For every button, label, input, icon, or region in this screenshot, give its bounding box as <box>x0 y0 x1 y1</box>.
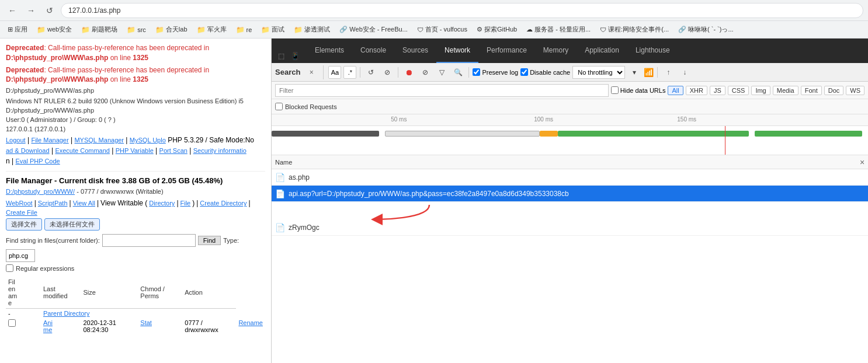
blocked-requests-checkbox[interactable] <box>275 103 283 110</box>
hide-data-urls-checkbox[interactable] <box>611 86 619 94</box>
name-panel-close-button[interactable]: × <box>856 155 868 169</box>
filter-font-button[interactable]: Font <box>801 86 822 95</box>
filter-css-button[interactable]: CSS <box>728 86 749 95</box>
refresh-search-button[interactable]: ↺ <box>364 65 378 79</box>
aa-button[interactable]: Aa <box>328 66 341 79</box>
regex-checkbox[interactable] <box>6 264 13 272</box>
search-close-button[interactable]: × <box>304 65 318 79</box>
filter-img-button[interactable]: Img <box>751 86 770 95</box>
preserve-log-label[interactable]: Preserve log <box>473 68 518 76</box>
bookmark-websec[interactable]: 📁 web安全 <box>33 23 76 36</box>
type-input[interactable] <box>6 249 35 262</box>
hide-data-urls-label[interactable]: Hide data URLs <box>611 86 666 94</box>
bookmark-arsenal[interactable]: 📁 军火库 <box>193 23 231 36</box>
search-button[interactable]: 🔍 <box>451 65 465 79</box>
devtools-panel: ⬚ 📱 Elements Console Sources Network Per… <box>272 39 868 363</box>
eval-php-link[interactable]: Eval PHP Code <box>15 158 60 165</box>
bookmark-hetianlab[interactable]: 📁 合天lab <box>151 23 192 36</box>
tab-application[interactable]: Application <box>577 39 627 63</box>
download-button[interactable]: ↓ <box>678 65 692 79</box>
port-scan-link[interactable]: Port Scan <box>159 147 188 154</box>
disable-cache-label[interactable]: Disable cache <box>520 68 570 76</box>
shield-icon: 🛡 <box>600 26 606 33</box>
upload-button[interactable]: ↑ <box>661 65 675 79</box>
ad-download-link[interactable]: ad & Download <box>6 147 50 154</box>
bookmark-targets[interactable]: 📁 刷题靶场 <box>77 23 121 36</box>
tab-memory[interactable]: Memory <box>535 39 577 63</box>
mysql-manager-link[interactable]: MYSQL Manager <box>74 137 124 144</box>
divider2 <box>398 67 398 78</box>
parent-dir-link[interactable]: Parent Directory <box>43 310 89 317</box>
filter-input[interactable] <box>275 84 609 97</box>
directory-link[interactable]: Directory <box>149 200 175 207</box>
scriptpath-link[interactable]: ScriptPath <box>38 200 68 207</box>
network-row-asphp[interactable]: 📄 as.php <box>272 169 868 186</box>
refresh-button[interactable]: ↺ <box>42 3 57 18</box>
link-icon: 🛡 <box>417 26 423 33</box>
regex-button[interactable]: .* <box>343 66 356 79</box>
file-manager-link[interactable]: File Manager <box>31 137 68 144</box>
timeline-bar-waiting <box>385 131 540 137</box>
tab-lighthouse[interactable]: Lighthouse <box>627 39 678 63</box>
stop-button[interactable]: ⊘ <box>418 65 432 79</box>
bookmark-websec2[interactable]: 🔗 Web安全 - FreeBu... <box>335 23 411 36</box>
filter-doc-button[interactable]: Doc <box>824 86 844 95</box>
bookmark-swoosh[interactable]: 🔗 咻咻咻( `- `)っ... <box>674 23 738 36</box>
create-file-link[interactable]: Create File <box>6 209 37 216</box>
file-icon-api: 📄 <box>275 189 285 198</box>
bookmark-server[interactable]: ☁ 服务器 - 轻量应用... <box>522 23 595 36</box>
rename-link[interactable]: Rename <box>238 319 263 326</box>
bookmark-apps[interactable]: ⊞ 应用 <box>4 23 32 36</box>
logout-link[interactable]: Logout <box>6 137 26 144</box>
address-input[interactable] <box>61 3 863 18</box>
preserve-log-checkbox[interactable] <box>473 68 480 76</box>
security-info-link[interactable]: Security informatio <box>193 147 246 154</box>
bookmark-re[interactable]: 📁 re <box>232 24 256 36</box>
filter-media-button[interactable]: Media <box>773 86 798 95</box>
back-button[interactable]: ← <box>5 3 20 18</box>
filter-all-button[interactable]: All <box>668 86 683 95</box>
record-button[interactable]: ⏺ <box>402 65 416 79</box>
tab-elements[interactable]: Elements <box>307 39 352 63</box>
bookmark-src[interactable]: 📁 src <box>123 24 150 36</box>
forward-button[interactable]: → <box>23 3 39 18</box>
create-directory-link[interactable]: Create Directory <box>200 200 246 207</box>
block-button[interactable]: ⊘ <box>380 65 394 79</box>
webroot-link[interactable]: WebRoot <box>6 200 33 207</box>
find-button[interactable]: Find <box>198 236 221 245</box>
choose-file-button[interactable]: 选择文件 <box>6 218 42 231</box>
bookmark-github[interactable]: ⚙ 探索GitHub <box>473 23 521 36</box>
php-variable-link[interactable]: PHP Variable <box>116 147 154 154</box>
viewall-link[interactable]: View All <box>73 200 95 207</box>
network-row-apiasп[interactable]: 📄 api.asp?url=D:/phpstudy_pro/WWW/as.php… <box>272 186 868 202</box>
bookmark-pentest[interactable]: 📁 渗透测试 <box>290 23 334 36</box>
bookmark-course[interactable]: 🛡 课程:网络安全事件(... <box>596 23 673 36</box>
bookmark-vulfocus[interactable]: 🛡 首页 - vulfocus <box>413 23 471 36</box>
tab-sources[interactable]: Sources <box>394 39 436 63</box>
network-list: 📄 as.php 📄 api.asp?url=D:/phpstudy_pro/W… <box>272 169 868 363</box>
tab-network[interactable]: Network <box>436 39 478 63</box>
execute-command-link[interactable]: Execute Command <box>55 147 110 154</box>
anime-link[interactable]: Anime <box>43 319 53 333</box>
col-chmod: Chmod / Perms <box>138 277 182 309</box>
throttling-select[interactable]: No throttling <box>572 66 625 79</box>
bookmark-interview[interactable]: 📁 面试 <box>257 23 289 36</box>
file-modified: 2020-12-31 08:24:30 <box>81 318 138 334</box>
filter-js-button[interactable]: JS <box>710 86 725 95</box>
network-row-zrymogc[interactable]: 📄 zRymOgc <box>272 219 868 236</box>
mysql-upload-link[interactable]: MySQL Uplo <box>130 137 166 144</box>
filter-ws-button[interactable]: WS <box>846 86 864 95</box>
file-link[interactable]: File <box>180 200 191 207</box>
dir-path-link[interactable]: D:/phpstudy_pro/WWW/ <box>6 188 75 195</box>
devtools-inspect-button[interactable]: ⬚ <box>274 49 288 63</box>
devtools-device-button[interactable]: 📱 <box>288 49 302 63</box>
filter-button[interactable]: ▽ <box>435 65 449 79</box>
filter-xhr-button[interactable]: XHR <box>686 86 707 95</box>
tab-performance[interactable]: Performance <box>478 39 535 63</box>
tab-console[interactable]: Console <box>352 39 394 63</box>
throttling-arrow-button[interactable]: ▾ <box>627 65 641 79</box>
find-input[interactable] <box>102 234 196 247</box>
stat-link[interactable]: Stat <box>140 319 152 326</box>
disable-cache-checkbox[interactable] <box>520 68 528 76</box>
file-checkbox[interactable] <box>8 319 16 327</box>
